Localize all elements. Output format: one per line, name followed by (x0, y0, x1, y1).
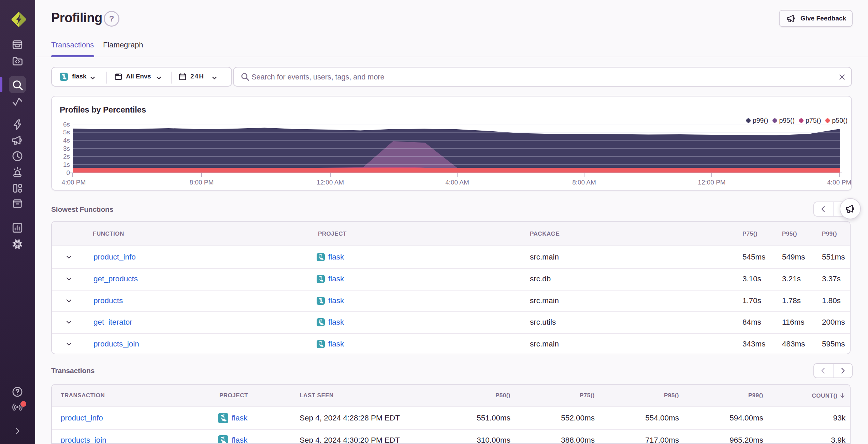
svg-text:12:00 AM: 12:00 AM (317, 179, 344, 186)
svg-text:0: 0 (66, 169, 70, 176)
svg-text:1s: 1s (63, 161, 70, 168)
svg-text:5s: 5s (63, 129, 70, 136)
svg-text:4:00 PM: 4:00 PM (827, 179, 851, 186)
svg-text:8:00 AM: 8:00 AM (572, 179, 596, 186)
svg-text:2s: 2s (63, 153, 70, 160)
svg-text:12:00 PM: 12:00 PM (698, 179, 725, 186)
svg-text:4:00 PM: 4:00 PM (62, 179, 86, 186)
svg-text:6s: 6s (63, 121, 70, 128)
svg-text:3s: 3s (63, 145, 70, 152)
svg-text:4:00 AM: 4:00 AM (445, 179, 469, 186)
svg-text:8:00 PM: 8:00 PM (190, 179, 214, 186)
svg-text:4s: 4s (63, 137, 70, 144)
